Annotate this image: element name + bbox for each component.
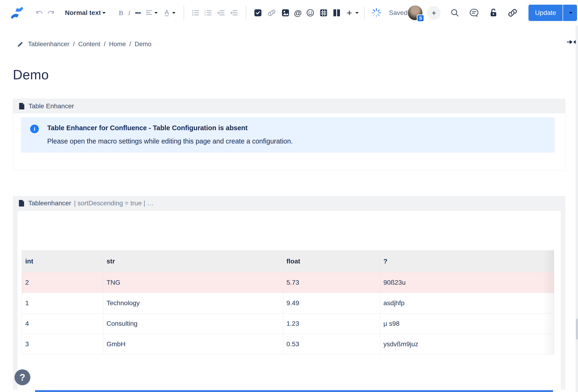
macro-table-enhancer: Table Enhancer i Table Enhancer for Conf… — [13, 99, 565, 171]
redo-icon[interactable] — [46, 9, 55, 16]
text-color-dropdown[interactable] — [163, 9, 176, 17]
table-cell: 1.23 — [283, 313, 380, 334]
scrollbar-thumb[interactable] — [576, 318, 578, 340]
table-row: 1Technology9.49asdjhfp — [22, 293, 554, 313]
table-cell: asdjhfp — [380, 293, 554, 313]
macro-name: Table Enhancer — [29, 102, 74, 110]
table-cell: 1 — [22, 293, 103, 313]
copy-link-icon[interactable] — [507, 8, 518, 17]
info-body: Please open the macro settings while edi… — [47, 137, 293, 145]
table-cell: 90ß23u — [380, 272, 554, 293]
toolbar-divider — [364, 6, 365, 20]
bold-button[interactable]: B — [119, 9, 123, 17]
avatar[interactable]: S — [407, 5, 423, 21]
document-icon — [18, 199, 25, 207]
table-cell: µ s98 — [380, 313, 554, 334]
macro-table-enhancer-header[interactable]: Table Enhancer — [13, 99, 565, 113]
update-dropdown-button[interactable] — [563, 5, 577, 21]
insert-link-icon[interactable] — [267, 9, 276, 17]
edit-pencil-icon — [17, 41, 23, 48]
text-align-dropdown[interactable] — [145, 10, 158, 16]
table-cell: TNG — [103, 272, 283, 293]
breadcrumb-separator: / — [73, 40, 75, 48]
svg-text:3: 3 — [204, 14, 206, 16]
info-title: Table Enhancer for Confluence - Table Co… — [47, 124, 293, 132]
unlock-icon[interactable] — [489, 8, 498, 17]
table-cell: 9.49 — [283, 293, 380, 313]
comment-icon[interactable] — [469, 8, 479, 17]
breadcrumb-link-tableenhancer[interactable]: Tableenhancer — [28, 40, 69, 48]
breadcrumb-link-demo[interactable]: Demo — [135, 40, 151, 48]
confluence-logo-icon[interactable] — [9, 5, 25, 20]
breadcrumb-separator: / — [104, 40, 106, 48]
table-cell: 3 — [22, 334, 103, 354]
page-title[interactable]: Demo — [13, 67, 565, 82]
layout-columns-icon[interactable] — [333, 9, 341, 17]
breadcrumb-separator: / — [129, 40, 131, 48]
task-checkbox-icon[interactable] — [254, 9, 262, 17]
breadcrumb-link-home[interactable]: Home — [109, 40, 126, 48]
breadcrumb: Tableenhancer/Content/Home/Demo — [17, 40, 578, 48]
insert-image-icon[interactable] — [282, 9, 289, 17]
macro-params: | sortDescending = true | … — [74, 199, 154, 207]
insert-table-icon[interactable] — [320, 9, 328, 17]
table-header-cell: float — [283, 251, 380, 272]
saving-spinner-icon — [371, 8, 382, 18]
page-scrollbar[interactable] — [576, 26, 578, 392]
info-panel: i Table Enhancer for Confluence - Table … — [21, 117, 555, 153]
enhanced-table: intstrfloat?2TNG5.7390ß23u1Technology9.4… — [22, 250, 554, 354]
table-header-row: intstrfloat? — [22, 251, 554, 272]
text-style-dropdown[interactable]: Normal text — [65, 9, 106, 17]
toolbar-divider — [184, 6, 184, 20]
macro-name: Tableenhancer — [28, 199, 71, 207]
table-header-cell: int — [22, 251, 103, 272]
table-header-cell: ? — [380, 251, 554, 272]
editor-toolbar: Normal text B I ••• 123 — [0, 0, 578, 26]
table-cell: Technology — [103, 293, 283, 313]
avatar-status-badge: S — [417, 14, 424, 22]
table-cell: Consulting — [103, 313, 283, 334]
table-cell: GmbH — [103, 334, 283, 354]
toolbar-divider — [246, 6, 246, 20]
macro-body: i Table Enhancer for Confluence - Table … — [13, 113, 565, 170]
table-row: 4Consulting1.23µ s98 — [22, 313, 554, 334]
macro-preview-area: intstrfloat?2TNG5.7390ß23u1Technology9.4… — [17, 210, 561, 390]
selection-highlight-bar — [35, 390, 553, 392]
save-status: Saved — [389, 9, 407, 17]
insert-dropdown-icon[interactable] — [355, 12, 359, 14]
table-cell: 5.73 — [283, 272, 380, 293]
indent-icon[interactable] — [230, 10, 238, 16]
table-row: 2TNG5.7390ß23u — [22, 272, 554, 293]
mention-icon[interactable]: @ — [294, 8, 302, 17]
undo-icon[interactable] — [36, 9, 44, 16]
table-header-cell: str — [103, 251, 283, 272]
macro-tableenhancer: Tableenhancer | sortDescending = true | … — [13, 196, 565, 390]
add-collaborator-button[interactable]: + — [427, 6, 441, 20]
table-cell: 2 — [22, 272, 103, 293]
outdent-icon[interactable] — [217, 10, 225, 16]
more-formatting-button[interactable]: ••• — [135, 9, 141, 17]
numbered-list-icon[interactable]: 123 — [204, 10, 212, 16]
bullet-list-icon[interactable] — [192, 10, 199, 16]
emoji-icon[interactable] — [306, 9, 314, 17]
info-icon: i — [30, 125, 39, 133]
search-icon[interactable] — [450, 8, 459, 17]
breadcrumb-links: Tableenhancer/Content/Home/Demo — [28, 40, 151, 48]
macro-tableenhancer-header[interactable]: Tableenhancer | sortDescending = true | … — [17, 196, 561, 210]
table-cell: ysdvßm9juz — [380, 334, 554, 354]
help-button[interactable]: ? — [14, 369, 30, 385]
breadcrumb-link-content[interactable]: Content — [78, 40, 100, 48]
italic-button[interactable]: I — [128, 9, 130, 17]
table-cell: 0.53 — [283, 334, 380, 354]
insert-plus-button[interactable]: + — [346, 8, 352, 18]
table-row: 3GmbH0.53ysdvßm9juz — [22, 334, 554, 354]
text-style-label: Normal text — [65, 9, 100, 17]
table-cell: 4 — [22, 313, 103, 334]
document-icon — [19, 102, 25, 110]
update-button[interactable]: Update — [529, 5, 563, 21]
